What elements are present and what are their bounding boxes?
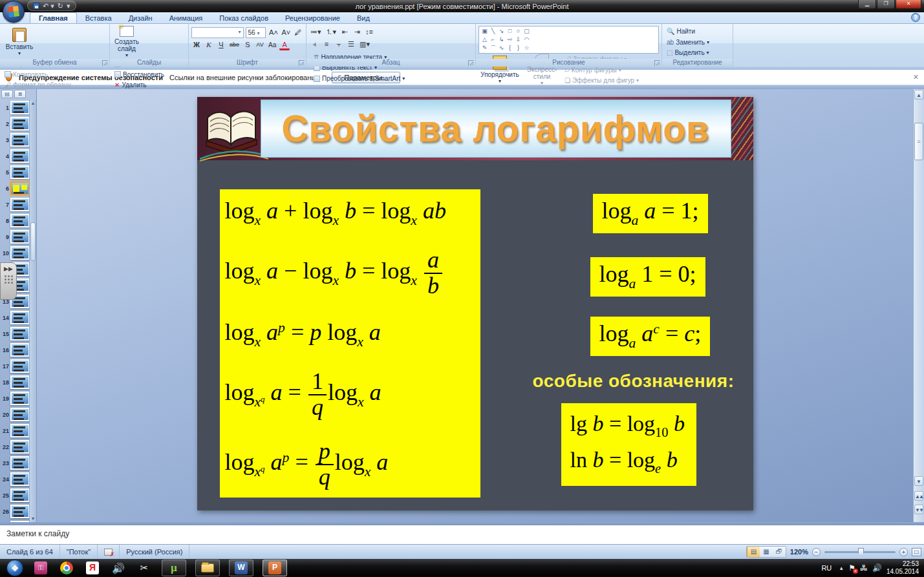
thumbnail-slide-image[interactable] [10,230,30,244]
thumbnail-slide-image[interactable] [10,311,30,324]
font-color-button[interactable]: А [279,40,290,50]
next-slide-button[interactable]: ▼▼ [914,505,923,514]
italic-button[interactable]: К [204,40,214,50]
font-name-combo[interactable]: ▾ [191,27,244,38]
zoom-level[interactable]: 120% [790,548,808,556]
zoom-out-button[interactable]: − [812,548,821,556]
formula-box-log-a-a[interactable]: loga a = 1; [593,194,708,233]
slide-thumbnail[interactable]: 3 [0,132,30,148]
strikethrough-button[interactable]: abe [228,40,241,50]
thumbnail-slide-image[interactable] [10,133,30,147]
scroll-up-icon[interactable]: ▲ [914,90,923,100]
tab-animatsiya[interactable]: Анимация [161,13,211,23]
replace-button[interactable]: abЗаменить ▾ [665,38,711,47]
close-button[interactable]: ✕ [896,0,921,9]
thumbnail-slide-image[interactable] [10,375,30,389]
taskbar-explorer[interactable] [195,560,220,576]
slide-thumbnail[interactable]: 15 [0,326,30,342]
justify-button[interactable]: ☰ [346,39,356,50]
volume-icon[interactable]: 🔊 [872,563,882,572]
scroll-thumb[interactable] [914,123,923,160]
tab-vstavka[interactable]: Вставка [77,13,120,23]
tab-glavnaya[interactable]: Главная [30,12,77,23]
slide-thumbnail[interactable]: 8 [0,213,30,229]
bold-button[interactable]: Ж [191,40,202,50]
tab-pokaz-slaydov[interactable]: Показ слайдов [211,13,277,23]
scroll-down-icon[interactable]: ▼ [914,476,923,486]
columns-button[interactable]: ▥▾ [358,39,371,50]
thumbnail-slide-image[interactable] [10,488,30,502]
vertical-scrollbar[interactable]: ▲ ▼ ▲▲ ▼▼ [913,89,924,522]
language-indicator[interactable]: Русский (Россия) [120,545,189,559]
bullets-button[interactable]: ≔▾ [309,27,323,37]
copy-button[interactable]: Копировать [3,70,73,79]
outline-tab[interactable]: ≣ [14,90,26,98]
clipboard-dialog-launcher[interactable]: ◿ [102,60,108,66]
tab-dizayn[interactable]: Дизайн [120,13,161,23]
slide-thumbnail[interactable]: 5 [0,164,30,180]
numbering-button[interactable]: ⒈▾ [325,27,338,37]
taskbar-utorrent[interactable]: µ [162,560,186,576]
theme-name[interactable]: "Поток" [60,545,98,559]
slide-thumbnail[interactable]: 27 [0,519,30,522]
slide-thumbnail[interactable]: 7 [0,196,30,213]
tab-retsenzirovanie[interactable]: Рецензирование [277,13,349,23]
start-button[interactable]: ❖ [6,560,23,576]
shadow-button[interactable]: S [242,40,253,50]
slide-thumbnail[interactable]: 9 [0,229,30,245]
slide-thumbnail[interactable]: 4 [0,148,30,164]
slides-tab[interactable]: ▤ [1,90,13,98]
normal-view-button[interactable]: ▤ [747,547,760,557]
increase-indent-button[interactable]: ⇥ [352,27,362,37]
spellcheck-status[interactable] [98,545,120,559]
special-notation-box[interactable]: lg b = log10 b ln b = loge b [561,403,696,486]
thumbnail-slide-image[interactable] [10,505,30,518]
thumbnail-slide-image[interactable] [10,343,30,357]
slide-thumbnail[interactable]: 23 [0,455,30,471]
title-banner[interactable]: Свойства логарифмов [261,100,731,158]
zoom-in-button[interactable]: + [899,548,908,556]
previous-slide-button[interactable]: ▲▲ [914,491,923,501]
slide-thumbnail[interactable]: 10 [0,245,30,261]
shape-outline-button[interactable]: ▱Контур фигуры ▾ [563,66,622,74]
slide-editor-area[interactable]: Свойства логарифмов logx a + logx b = lo… [37,89,913,522]
slide-thumbnail[interactable]: 25 [0,487,30,503]
slide-thumbnail[interactable]: 16 [0,342,30,358]
thumbnail-slide-image[interactable] [10,521,30,522]
thumbnail-slide-image[interactable] [10,408,30,421]
slide-thumbnail[interactable]: 1 [0,100,30,116]
paste-button[interactable]: Вставить▾ [3,26,36,58]
minimize-button[interactable]: ▁ [858,0,876,9]
slide-thumbnail[interactable]: 6 [0,180,30,196]
taskbar-chrome[interactable] [58,560,75,576]
format-painter-button[interactable]: 🖌Формат по образцу [3,81,73,89]
slide-sorter-button[interactable]: ▦ [760,547,773,557]
help-button[interactable]: ? [911,13,920,22]
qat-customize-icon[interactable]: ▾ [67,3,70,10]
redo-icon[interactable]: ↻ [58,3,63,10]
thumbnail-slide-image[interactable] [10,246,30,260]
slideshow-button[interactable]: 🗗 [773,547,786,557]
taskbar-word[interactable]: W [229,560,253,576]
security-bar-close-icon[interactable]: ✕ [913,73,919,81]
convert-smartart-button[interactable]: Преобразовать в SmartArt ▾ [312,74,407,83]
line-spacing-button[interactable]: ↕≡ [364,27,374,37]
reset-button[interactable]: Восстановить [113,70,166,79]
align-right-button[interactable]: ⫟ [334,39,344,50]
thumbnail-slide-image[interactable] [10,424,30,437]
panel-scrollbar[interactable]: ▲ ▼ [29,100,36,522]
thumbnail-slide-image[interactable] [10,392,30,405]
select-button[interactable]: ⬚Выделить ▾ [665,48,711,57]
shrink-font-button[interactable]: A˅ [281,28,291,38]
find-button[interactable]: 🔍Найти [665,27,711,36]
paragraph-dialog-launcher[interactable]: ◿ [468,60,474,66]
fit-to-window-button[interactable] [912,548,921,556]
panel-scroll-thumb[interactable] [30,222,36,261]
office-button[interactable] [3,1,25,23]
left-formula-box[interactable]: logx a + logx b = logx ab logx a − logx … [220,189,480,498]
slide-thumbnail[interactable]: 19 [0,390,30,406]
new-slide-button[interactable]: Создать слайд▾ [113,26,141,58]
taskbar-yandex[interactable]: Я [84,560,101,576]
slide-thumbnail[interactable]: 14 [0,309,30,326]
zoom-slider[interactable] [824,551,896,553]
